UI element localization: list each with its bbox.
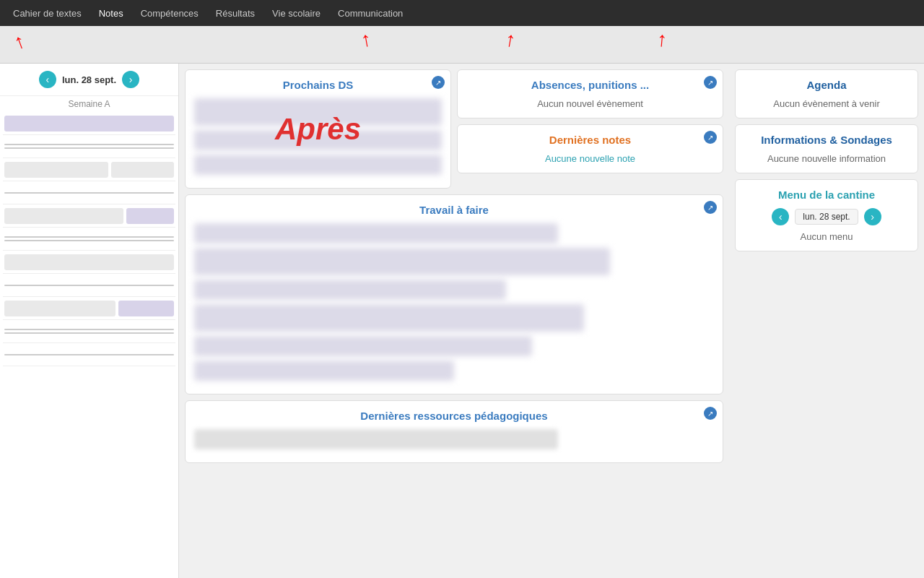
ressources-blur-1 [194, 429, 558, 449]
cantine-header: ‹ lun. 28 sept. › [744, 208, 909, 225]
cal-line [4, 285, 174, 286]
prochains-ds-container: ↗ Prochains DS Après [185, 69, 451, 189]
absences-container: ↗ Absences, punitions ... Aucun nouvel é… [457, 69, 723, 189]
travail-blur-4 [194, 304, 584, 332]
cal-row-3 [3, 158, 175, 181]
ressources-card: ↗ Dernières ressources pédagogiques [185, 400, 723, 463]
ds-blur-3 [194, 155, 442, 175]
cal-row-8 [3, 274, 175, 297]
cantine-prev-button[interactable]: ‹ [772, 208, 789, 225]
ressources-title: Dernières ressources pédagogiques [194, 410, 714, 422]
cal-lines [4, 192, 174, 194]
cal-lines [4, 329, 174, 334]
arrow-4: ↑ [656, 29, 668, 50]
semaine-label: Semaine A [0, 96, 178, 112]
ressources-expand[interactable]: ↗ [704, 407, 717, 420]
cal-line [4, 144, 174, 145]
absences-title: Absences, punitions ... [466, 79, 714, 91]
cal-line [4, 354, 174, 355]
nav-communication[interactable]: Communication [331, 5, 410, 22]
dernieres-notes-card: ↗ Dernières notes Aucune nouvelle note [457, 124, 723, 173]
absences-message: Aucun nouvel évènement [466, 98, 714, 109]
cantine-next-button[interactable]: › [864, 208, 881, 225]
main-layout: ‹ lun. 28 sept. › Semaine A [0, 64, 924, 578]
dernieres-notes-title: Dernières notes [466, 134, 714, 146]
prochains-ds-title: Prochains DS [194, 79, 442, 91]
arrows-bar: ↑ ↑ ↑ ↑ [0, 26, 924, 64]
nav-competences[interactable]: Compétences [134, 5, 206, 22]
cal-line [4, 236, 174, 238]
content-area: ↗ Prochains DS Après ↗ Absences, punitio… [179, 64, 729, 578]
cal-row-7 [3, 251, 175, 274]
right-sidebar: Agenda Aucun évènement à venir Informati… [729, 64, 924, 578]
absences-card: ↗ Absences, punitions ... Aucun nouvel é… [457, 69, 723, 118]
navbar: Cahier de textes Notes Compétences Résul… [0, 0, 924, 26]
arrow-1: ↑ [12, 30, 28, 53]
prochains-ds-card: ↗ Prochains DS [185, 69, 451, 189]
cal-block [4, 254, 174, 270]
cal-lines [4, 354, 174, 355]
cantine-title: Menu de la cantine [744, 189, 909, 201]
travail-card: ↗ Travail à faire [185, 194, 723, 394]
cantine-message: Aucun menu [744, 231, 909, 242]
informations-message: Aucune nouvelle information [744, 153, 909, 164]
cal-block [4, 208, 123, 224]
cal-row-10 [3, 320, 175, 343]
cal-block [111, 162, 174, 178]
dernieres-notes-expand[interactable]: ↗ [704, 131, 717, 144]
cal-block [4, 162, 108, 178]
cal-row-2 [3, 135, 175, 158]
travail-blur-1 [194, 223, 558, 243]
travail-blur-2 [194, 248, 610, 275]
travail-blur-3 [194, 280, 506, 300]
cal-row-6 [3, 228, 175, 251]
cal-row-11 [3, 343, 175, 366]
top-row: ↗ Prochains DS Après ↗ Absences, punitio… [185, 69, 723, 189]
sidebar-calendar: ‹ lun. 28 sept. › Semaine A [0, 64, 179, 578]
next-date-button[interactable]: › [122, 71, 139, 88]
arrow-3: ↑ [504, 29, 518, 51]
travail-expand[interactable]: ↗ [704, 201, 717, 214]
sidebar-header: ‹ lun. 28 sept. › [0, 64, 178, 96]
cal-block [4, 301, 116, 316]
sidebar-date: lun. 28 sept. [62, 74, 116, 85]
cal-lines [4, 236, 174, 241]
agenda-card: Agenda Aucun évènement à venir [735, 69, 918, 118]
ds-blur-1 [194, 98, 442, 126]
ds-blur-2 [194, 130, 442, 150]
cal-line [4, 240, 174, 241]
calendar-grid [0, 112, 178, 366]
nav-resultats[interactable]: Résultats [209, 5, 262, 22]
informations-title: Informations & Sondages [744, 134, 909, 146]
cal-block [118, 301, 174, 316]
travail-blur-6 [194, 361, 454, 381]
cal-block [4, 116, 174, 131]
arrow-2: ↑ [359, 29, 373, 51]
travail-title: Travail à faire [194, 204, 714, 216]
cal-row-5 [3, 204, 175, 228]
cantine-date: lun. 28 sept. [795, 209, 858, 225]
nav-notes[interactable]: Notes [92, 5, 131, 22]
cal-row-9 [3, 297, 175, 320]
cal-row-1 [3, 112, 175, 135]
cal-row-4 [3, 181, 175, 204]
nav-cahier[interactable]: Cahier de textes [6, 5, 89, 22]
prochains-ds-expand[interactable]: ↗ [432, 76, 445, 89]
cal-lines [4, 144, 174, 149]
agenda-title: Agenda [744, 79, 909, 91]
cal-lines [4, 285, 174, 286]
informations-card: Informations & Sondages Aucune nouvelle … [735, 124, 918, 173]
cal-block [126, 208, 174, 224]
cal-line [4, 332, 174, 334]
nav-vie-scolaire[interactable]: Vie scolaire [265, 5, 328, 22]
absences-expand[interactable]: ↗ [704, 76, 717, 89]
cantine-card: Menu de la cantine ‹ lun. 28 sept. › Auc… [735, 179, 918, 251]
travail-blur-5 [194, 336, 532, 356]
agenda-message: Aucun évènement à venir [744, 98, 909, 109]
cal-line [4, 192, 174, 194]
cal-line [4, 329, 174, 330]
cal-line [4, 147, 174, 149]
dernieres-notes-message: Aucune nouvelle note [466, 153, 714, 164]
prev-date-button[interactable]: ‹ [39, 71, 56, 88]
